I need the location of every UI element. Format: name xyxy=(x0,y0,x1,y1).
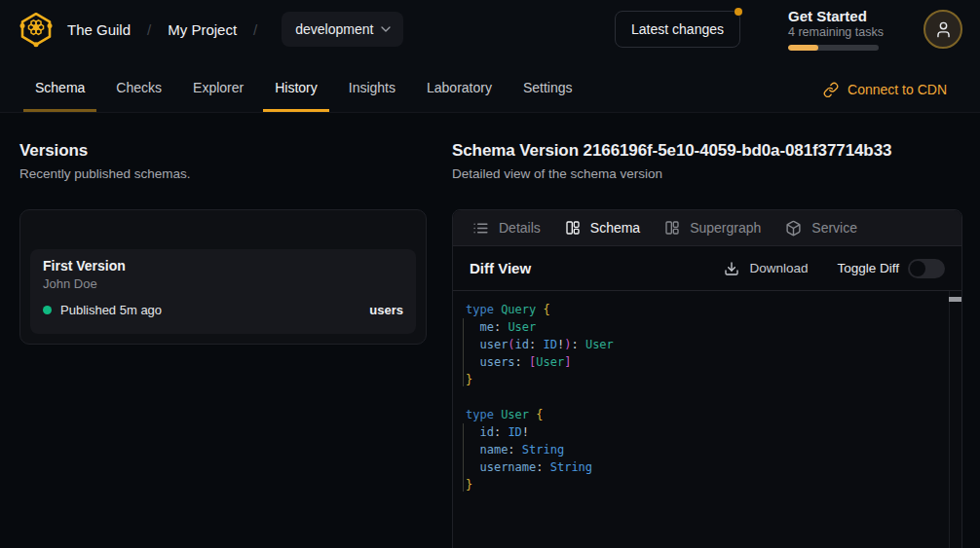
breadcrumb-project[interactable]: My Project xyxy=(168,21,237,38)
version-title: First Version xyxy=(43,259,403,274)
latest-changes-label: Latest changes xyxy=(631,21,724,37)
get-started-subtitle: 4 remaining tasks xyxy=(788,26,879,39)
target-select[interactable]: development xyxy=(282,12,403,47)
version-detail-subtitle: Detailed view of the schema version xyxy=(452,165,962,182)
download-button[interactable]: Download xyxy=(724,261,808,276)
version-list-item[interactable]: First Version John Doe Published 5m ago … xyxy=(30,249,416,334)
header-actions: Latest changes Get Started 4 remaining t… xyxy=(615,9,962,51)
download-icon xyxy=(724,261,739,276)
connect-to-cdn-label: Connect to CDN xyxy=(848,82,947,97)
detail-tab-label: Supergraph xyxy=(690,220,761,236)
indent-guide xyxy=(463,423,464,492)
code-line: } xyxy=(466,371,948,388)
diff-actions: Download Toggle Diff xyxy=(724,259,945,278)
detail-tab-label: Service xyxy=(811,220,857,236)
download-label: Download xyxy=(749,261,808,275)
version-detail-column: Schema Version 2166196f-5e10-4059-bd0a-0… xyxy=(452,113,962,548)
nav-tab-insights[interactable]: Insights xyxy=(337,66,407,112)
detail-tab-details[interactable]: Details xyxy=(472,220,541,237)
versions-column: Versions Recently published schemas. Fir… xyxy=(19,113,427,548)
list-icon xyxy=(472,220,489,237)
target-select-value: development xyxy=(295,21,373,37)
get-started-progress-fill xyxy=(788,45,818,51)
version-status-row: Published 5m ago users xyxy=(43,303,403,317)
toggle-diff-label: Toggle Diff xyxy=(837,261,899,275)
get-started-progress xyxy=(788,45,879,51)
panels-icon xyxy=(565,220,581,236)
versions-list-card: First Version John Doe Published 5m ago … xyxy=(19,209,427,345)
code-scrollbar-thumb[interactable] xyxy=(949,297,961,302)
code-line: username: String xyxy=(466,458,948,476)
toggle-diff-switch[interactable] xyxy=(908,259,945,278)
code-line: type Query { xyxy=(466,301,948,318)
version-author: John Doe xyxy=(43,276,403,291)
get-started-widget[interactable]: Get Started 4 remaining tasks xyxy=(788,9,879,51)
version-service-badge: users xyxy=(369,303,403,317)
code-line: user(id: ID!): User xyxy=(466,336,948,353)
panels-icon xyxy=(664,220,680,236)
code-line: id: ID! xyxy=(466,423,948,441)
code-scrollbar-track xyxy=(949,291,950,548)
nav-tab-history[interactable]: History xyxy=(263,66,329,112)
diff-view-title: Diff View xyxy=(470,260,531,276)
chevron-down-icon xyxy=(378,21,394,37)
get-started-title: Get Started xyxy=(788,9,879,23)
code-line: users: [User] xyxy=(466,353,948,371)
link-icon xyxy=(823,82,839,97)
version-detail-panel: DetailsSchemaSupergraphService Diff View… xyxy=(452,209,962,548)
breadcrumb-org[interactable]: The Guild xyxy=(67,21,131,38)
code-line: } xyxy=(466,476,948,493)
site-header: The Guild / My Project / development Lat… xyxy=(0,0,980,58)
nav-tab-laboratory[interactable]: Laboratory xyxy=(415,66,504,112)
main-content: Versions Recently published schemas. Fir… xyxy=(0,113,980,548)
box-icon xyxy=(785,220,802,237)
versions-subtitle: Recently published schemas. xyxy=(19,165,427,182)
breadcrumb-separator: / xyxy=(253,21,257,38)
user-avatar[interactable] xyxy=(923,10,962,49)
indent-guide xyxy=(463,318,464,386)
code-line xyxy=(466,388,948,406)
code-line: me: User xyxy=(466,318,948,336)
version-detail-title: Schema Version 2166196f-5e10-4059-bd0a-0… xyxy=(452,140,962,162)
versions-title: Versions xyxy=(19,140,427,162)
user-icon xyxy=(934,20,953,39)
detail-tabs: DetailsSchemaSupergraphService xyxy=(453,210,961,246)
version-status-text: Published 5m ago xyxy=(60,303,162,317)
notification-dot xyxy=(735,8,742,16)
nav-tab-schema[interactable]: Schema xyxy=(23,66,96,112)
code-line: type User { xyxy=(466,406,948,423)
detail-tab-label: Details xyxy=(499,220,541,236)
schema-code-viewer[interactable]: type Query { me: User user(id: ID!): Use… xyxy=(453,291,961,548)
diff-view-header: Diff View Download Toggle Diff xyxy=(453,246,961,291)
detail-tab-supergraph[interactable]: Supergraph xyxy=(664,220,761,236)
project-nav: SchemaChecksExplorerHistoryInsightsLabor… xyxy=(0,58,980,113)
code-line: name: String xyxy=(466,441,948,458)
published-status-dot xyxy=(43,306,52,314)
breadcrumb-separator: / xyxy=(147,21,151,38)
nav-tab-explorer[interactable]: Explorer xyxy=(181,66,255,112)
latest-changes-button[interactable]: Latest changes xyxy=(615,11,740,48)
hive-logo-icon[interactable] xyxy=(18,11,55,48)
connect-to-cdn-button[interactable]: Connect to CDN xyxy=(823,66,947,112)
nav-tabs: SchemaChecksExplorerHistoryInsightsLabor… xyxy=(23,66,592,112)
detail-tab-label: Schema xyxy=(590,220,640,236)
detail-tab-service[interactable]: Service xyxy=(785,220,857,237)
toggle-diff-knob xyxy=(910,261,925,276)
nav-tab-settings[interactable]: Settings xyxy=(511,66,584,112)
detail-tab-schema[interactable]: Schema xyxy=(565,220,640,236)
nav-tab-checks[interactable]: Checks xyxy=(104,66,173,112)
